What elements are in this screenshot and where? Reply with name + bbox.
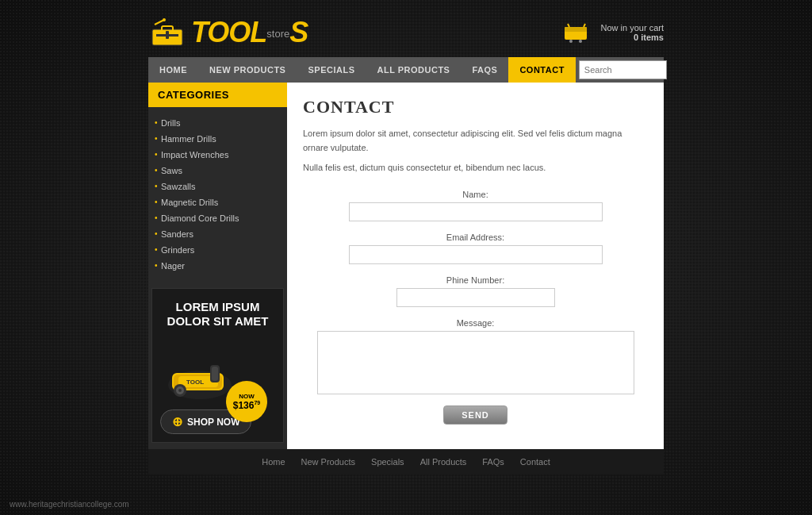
svg-rect-3 — [166, 31, 169, 39]
footer-all-products[interactable]: All Products — [420, 457, 467, 467]
promo-price-bubble: NOW $13679 — [226, 381, 267, 422]
list-item[interactable]: Hammer Drills — [148, 131, 287, 147]
name-label: Name: — [303, 190, 648, 199]
svg-point-5 — [163, 18, 166, 21]
logo-text: TOOLstoreS — [191, 16, 308, 49]
list-item[interactable]: Diamond Core Drills — [148, 210, 287, 226]
website-url: www.heritagechristiancollege.com — [10, 500, 129, 509]
email-field-group: Email Address: — [303, 233, 648, 264]
svg-line-4 — [155, 20, 164, 25]
footer: Home New Products Specials All Products … — [148, 449, 664, 475]
toolbox-icon — [148, 18, 188, 47]
promo-title: LOREM IPSUM DOLOR SIT AMET — [160, 300, 275, 329]
cart-count: 0 items — [601, 33, 664, 42]
message-textarea[interactable] — [317, 331, 634, 394]
nav-new-products[interactable]: NEW PRODUCTS — [198, 57, 297, 83]
list-item[interactable]: Sawzalls — [148, 179, 287, 194]
message-label: Message: — [303, 318, 648, 328]
list-item[interactable]: Impact Wrenches — [148, 147, 287, 163]
svg-rect-17 — [212, 367, 218, 381]
search-area[interactable] — [576, 57, 664, 83]
cart-label: Now in your cart — [601, 23, 664, 33]
list-item[interactable]: Grinders — [148, 242, 287, 258]
cart-area[interactable]: Now in your cart 0 items — [561, 21, 664, 44]
svg-line-9 — [584, 24, 585, 27]
svg-rect-7 — [565, 27, 587, 32]
phone-field-group: Phine Number: — [303, 275, 648, 307]
svg-line-8 — [568, 24, 569, 27]
nav-all-products[interactable]: ALL PRODUCTS — [366, 57, 461, 83]
phone-input[interactable] — [396, 288, 555, 307]
footer-home[interactable]: Home — [262, 457, 285, 467]
footer-faqs[interactable]: FAQs — [482, 457, 504, 467]
page-title: CONTACT — [303, 97, 648, 117]
footer-new-products[interactable]: New Products — [301, 457, 355, 467]
list-item[interactable]: Magnetic Drills — [148, 194, 287, 210]
send-button[interactable]: SEND — [443, 405, 508, 425]
navbar: HOME NEW PRODUCTS SPECIALS ALL PRODUCTS … — [148, 57, 664, 83]
email-label: Email Address: — [303, 233, 648, 242]
nav-home[interactable]: HOME — [148, 57, 198, 83]
contact-content: CONTACT Lorem ipsum dolor sit amet, cons… — [287, 83, 664, 449]
footer-contact[interactable]: Contact — [520, 457, 550, 467]
nav-faqs[interactable]: FAQS — [461, 57, 508, 83]
header: TOOLstoreS Now in your cart 0 items — [148, 16, 664, 49]
svg-point-11 — [579, 40, 582, 43]
email-input[interactable] — [349, 245, 603, 264]
name-field-group: Name: — [303, 190, 648, 221]
list-item[interactable]: Saws — [148, 163, 287, 179]
svg-text:TOOL: TOOL — [186, 379, 204, 386]
footer-specials[interactable]: Specials — [371, 457, 404, 467]
name-input[interactable] — [349, 202, 603, 221]
categories-header: CATEGORIES — [148, 83, 287, 107]
cart-icon — [561, 21, 593, 44]
search-input[interactable] — [579, 60, 667, 79]
category-list: Drills Hammer Drills Impact Wrenches Saw… — [148, 107, 287, 282]
promo-banner: LOREM IPSUM DOLOR SIT AMET — [151, 288, 284, 443]
plus-icon: ⊕ — [172, 414, 182, 429]
contact-intro-2: Nulla felis est, dictum quis consectetur… — [303, 161, 648, 175]
list-item[interactable]: Drills — [148, 115, 287, 131]
svg-point-10 — [569, 40, 573, 43]
phone-label: Phine Number: — [303, 275, 648, 285]
logo[interactable]: TOOLstoreS — [148, 16, 308, 49]
nav-specials[interactable]: SPECIALS — [297, 57, 366, 83]
message-field-group: Message: — [303, 318, 648, 394]
contact-intro-1: Lorem ipsum dolor sit amet, consectetur … — [303, 127, 648, 155]
sidebar: CATEGORIES Drills Hammer Drills Impact W… — [148, 83, 287, 449]
svg-point-21 — [178, 389, 182, 392]
nav-contact[interactable]: CONTACT — [508, 57, 575, 83]
main-content: CATEGORIES Drills Hammer Drills Impact W… — [148, 83, 664, 449]
list-item[interactable]: Sanders — [148, 226, 287, 242]
list-item[interactable]: Nager — [148, 258, 287, 274]
